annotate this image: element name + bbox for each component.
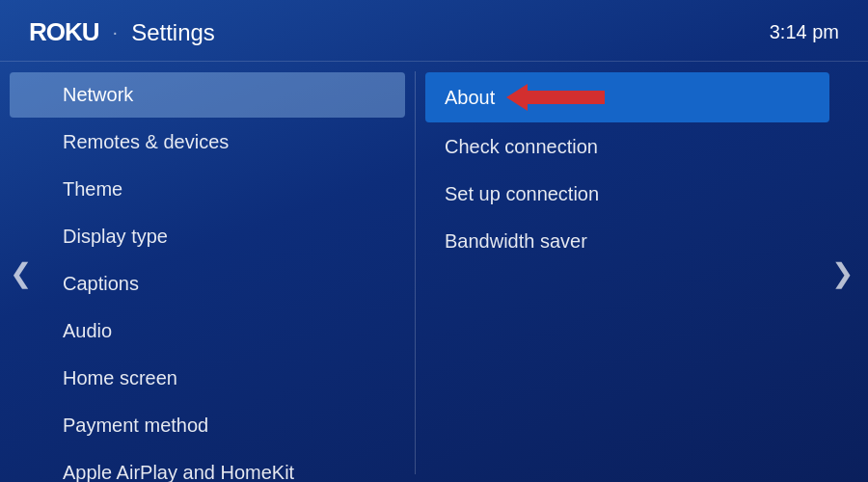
sidebar-item-captions[interactable]: Captions <box>10 261 405 307</box>
sidebar-item-display-type[interactable]: Display type <box>10 214 405 259</box>
clock: 3:14 pm <box>770 21 839 43</box>
header: ROKU · Settings 3:14 pm <box>0 0 868 62</box>
main-content: ❮ Network Remotes & devices Theme Displa… <box>0 62 868 482</box>
about-label: About <box>445 87 495 109</box>
right-panel: About Check connection Set up connection… <box>416 62 868 482</box>
right-arrow-icon[interactable]: ❯ <box>831 257 854 289</box>
sidebar-item-airplay[interactable]: Apple AirPlay and HomeKit <box>10 450 405 482</box>
left-panel: ❮ Network Remotes & devices Theme Displa… <box>0 62 415 482</box>
menu-item-bandwidth-saver[interactable]: Bandwidth saver <box>425 219 829 264</box>
red-arrow-indicator <box>506 84 605 111</box>
sidebar-item-audio[interactable]: Audio <box>10 308 405 354</box>
sidebar-item-home-screen[interactable]: Home screen <box>10 356 405 401</box>
menu-item-about[interactable]: About <box>425 72 829 122</box>
page-title: Settings <box>131 19 215 46</box>
menu-item-check-connection[interactable]: Check connection <box>425 124 829 170</box>
sidebar-item-payment[interactable]: Payment method <box>10 403 405 448</box>
left-arrow-icon[interactable]: ❮ <box>10 257 32 289</box>
header-left: ROKU · Settings <box>29 17 215 47</box>
header-dot: · <box>113 21 119 43</box>
sidebar-item-theme[interactable]: Theme <box>10 167 405 212</box>
sidebar-item-network[interactable]: Network <box>10 72 405 118</box>
sidebar-item-remotes[interactable]: Remotes & devices <box>10 120 405 165</box>
roku-logo: ROKU <box>29 17 99 47</box>
menu-item-set-up-connection[interactable]: Set up connection <box>425 172 829 217</box>
